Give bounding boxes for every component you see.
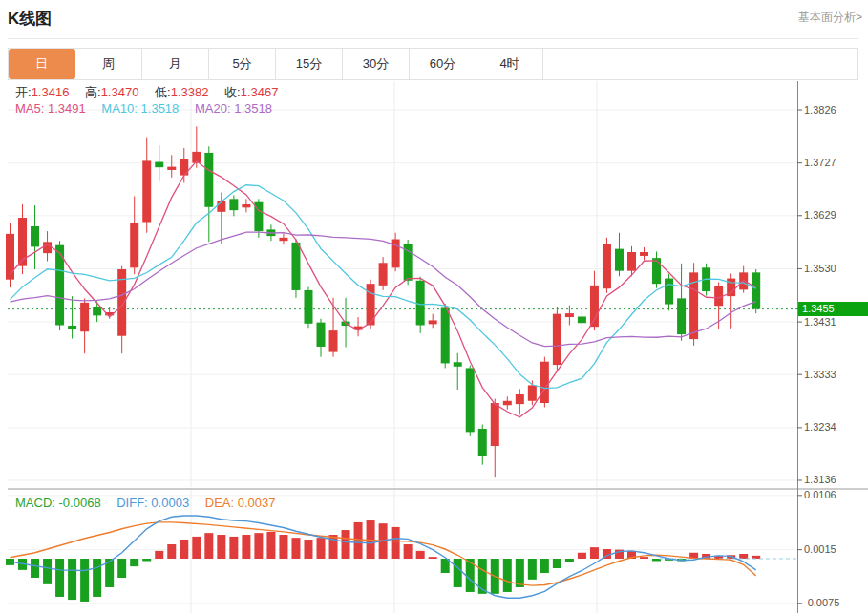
candle-body [68, 326, 76, 329]
macd-bar [55, 559, 64, 597]
candle-body [80, 303, 89, 331]
macd-bar [429, 557, 437, 559]
macd-bar [68, 559, 76, 600]
macd-bar [130, 559, 138, 566]
macd-legend: MACD: -0.0068 DIFF: 0.0003 DEA: 0.0037 [15, 496, 287, 510]
kline-page: K线图 基本面分析> 日周月5分15分30分60分4时 开:1.3416 高:1… [0, 0, 868, 615]
diff-value: 0.0003 [151, 496, 189, 510]
candle-body [640, 252, 648, 256]
macd-bar [478, 559, 487, 594]
high-label: 高: [85, 85, 101, 99]
price-axis-label: 1.3333 [804, 369, 836, 380]
candle-body [578, 316, 586, 323]
ma-legend: MA5: 1.3491 MA10: 1.3518 MA20: 1.3518 [15, 101, 285, 116]
ohlc-legend: 开:1.3416 高:1.3470 低:1.3382 收:1.3467 [15, 84, 290, 101]
open-label: 开: [15, 85, 32, 99]
candle-body [6, 234, 14, 280]
candle-body [130, 223, 138, 267]
dea-value: 0.0037 [238, 496, 276, 510]
candle-body [553, 314, 561, 365]
macd-axis-label: 0.0015 [804, 543, 836, 555]
candle-body [317, 323, 326, 347]
price-axis-label: 1.3234 [804, 421, 836, 433]
candle-body [565, 313, 574, 317]
ma5-value: 1.3491 [48, 101, 86, 116]
candle-body [242, 204, 250, 207]
macd-bar [31, 559, 39, 578]
macd-bar [454, 559, 462, 587]
macd-bar [739, 554, 748, 559]
price-axis-label: 1.3727 [804, 157, 836, 168]
candle-body [31, 226, 39, 246]
macd-bar [528, 559, 537, 580]
candle-body [503, 401, 512, 405]
candle-body [752, 272, 760, 308]
macd-bar [142, 559, 151, 561]
candle-body [180, 159, 188, 176]
candle-body [304, 290, 312, 324]
macd-axis-label: 0.0106 [804, 489, 836, 500]
candle-body [540, 362, 549, 403]
candle-body [466, 368, 475, 432]
macd-bar [192, 537, 201, 559]
macd-bar [204, 533, 213, 559]
candle-body [93, 308, 101, 315]
price-axis-label: 1.3826 [804, 104, 836, 116]
candle-body [441, 308, 450, 363]
price-axis-label: 1.3530 [804, 263, 836, 274]
candle-body [665, 279, 673, 305]
low-label: 低: [155, 85, 171, 99]
candle-body [229, 199, 238, 210]
ma5-label: MA5: [15, 101, 44, 116]
macd-bar [117, 559, 126, 578]
candle-body [491, 403, 499, 446]
macd-bar [80, 559, 89, 602]
candle-body [627, 252, 636, 271]
candle-body [204, 153, 213, 207]
macd-bar [640, 557, 648, 559]
macd-label: MACD: [15, 496, 55, 510]
macd-bar [217, 535, 225, 559]
macd-bar [93, 559, 101, 597]
macd-bar [317, 538, 326, 559]
macd-bar [590, 547, 599, 559]
macd-axis-label: -0.0075 [804, 597, 839, 608]
macd-bar [503, 559, 512, 592]
candle-body [454, 362, 462, 366]
macd-bar [441, 559, 450, 573]
candle-body [478, 429, 487, 456]
macd-bar [155, 551, 163, 559]
ma20-value: 1.3518 [234, 101, 272, 116]
candle-body [167, 167, 176, 170]
ma10-label: MA10: [101, 101, 138, 116]
ma10-value: 1.3518 [141, 101, 180, 116]
macd-bar [392, 527, 400, 559]
macd-bar [354, 522, 363, 559]
price-axis-label: 1.3136 [804, 474, 836, 485]
candle-body [528, 385, 537, 400]
candle-body [142, 160, 151, 222]
macd-bar [342, 530, 350, 559]
candle-body [416, 281, 425, 326]
macd-bar [291, 538, 300, 559]
candle-body [677, 298, 686, 334]
macd-bar [242, 535, 250, 559]
close-label: 收: [224, 85, 241, 99]
macd-bar [180, 540, 188, 559]
candle-body [429, 320, 437, 324]
candle-body [615, 249, 624, 271]
macd-bar [565, 559, 574, 562]
macd-bar [254, 533, 263, 559]
candle-body [652, 258, 661, 284]
candle-body [603, 244, 611, 289]
high-value: 1.3470 [101, 85, 139, 99]
candle-body [291, 243, 300, 290]
macd-bar [266, 532, 275, 559]
macd-bar [279, 535, 287, 559]
candle-body [155, 162, 163, 168]
macd-value: -0.0068 [59, 496, 101, 510]
price-axis-label: 1.3629 [804, 209, 836, 221]
price-axis-label: 1.3431 [804, 316, 836, 328]
candle-body [279, 238, 287, 241]
close-value: 1.3467 [241, 85, 279, 99]
